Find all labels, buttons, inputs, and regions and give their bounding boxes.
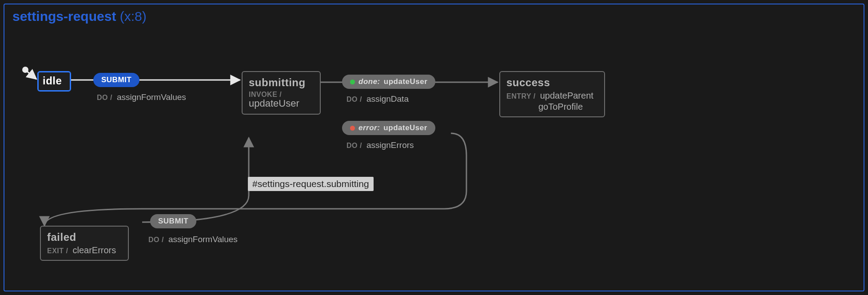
state-success-entry-val2: goToProfile <box>538 102 583 112</box>
event-done[interactable]: done: updateUser <box>342 75 435 89</box>
state-idle-label: idle <box>43 75 66 87</box>
action-error-key: DO / <box>346 142 362 150</box>
event-done-label: updateUser <box>384 77 428 86</box>
machine-title: settings-request (x:8) <box>12 9 147 24</box>
action-done: DO / assignData <box>346 94 409 104</box>
state-failed-label: failed <box>47 231 122 243</box>
initial-state-dot <box>22 67 28 73</box>
event-submit-idle[interactable]: SUBMIT <box>93 73 139 87</box>
state-submitting-invoke-val: updateUser <box>249 98 314 109</box>
machine-annotation: (x:8) <box>120 9 147 24</box>
state-failed[interactable]: failed EXIT / clearErrors <box>40 226 129 261</box>
event-error[interactable]: error: updateUser <box>342 121 435 135</box>
machine-name: settings-request <box>12 9 116 24</box>
action-idle-submit-key: DO / <box>97 94 112 102</box>
state-success-entry2: goToProfile <box>538 102 598 112</box>
state-submitting-label: submitting <box>249 76 314 89</box>
state-success[interactable]: success ENTRY / updateParent goToProfile <box>499 71 605 117</box>
event-error-kw: error: <box>358 124 380 132</box>
action-done-key: DO / <box>346 96 362 104</box>
action-idle-submit-val: assignFormValues <box>117 92 186 102</box>
action-failed-submit: DO / assignFormValues <box>148 235 238 244</box>
event-error-label: updateUser <box>383 124 427 132</box>
action-error-val: assignErrors <box>366 140 414 150</box>
machine-frame <box>4 4 864 291</box>
state-success-entry: ENTRY / updateParent <box>506 91 598 101</box>
action-failed-submit-key: DO / <box>148 236 164 244</box>
target-tooltip-text: #settings-request.submitting <box>252 179 369 189</box>
action-idle-submit: DO / assignFormValues <box>97 92 186 102</box>
state-submitting[interactable]: submitting INVOKE / updateUser <box>242 71 321 115</box>
error-status-dot-icon <box>350 126 355 131</box>
action-error: DO / assignErrors <box>346 140 414 150</box>
event-done-kw: done: <box>358 77 380 86</box>
state-idle[interactable]: idle <box>37 71 71 92</box>
action-done-val: assignData <box>366 94 409 104</box>
event-submit-failed[interactable]: SUBMIT <box>150 214 196 228</box>
target-tooltip: #settings-request.submitting <box>248 177 374 191</box>
action-failed-submit-val: assignFormValues <box>168 235 238 244</box>
done-status-dot-icon <box>350 80 355 84</box>
state-failed-exit-key: EXIT / <box>47 247 68 255</box>
event-submit-failed-label: SUBMIT <box>158 217 188 226</box>
event-submit-idle-label: SUBMIT <box>101 76 131 84</box>
state-success-label: success <box>506 76 598 89</box>
state-success-entry-key: ENTRY / <box>506 92 536 100</box>
state-failed-exit: EXIT / clearErrors <box>47 245 122 255</box>
state-failed-exit-val: clearErrors <box>72 245 116 255</box>
state-machine-canvas[interactable]: settings-request (x:8) idle SUBMIT <box>0 0 868 295</box>
state-success-entry-val1: updateParent <box>540 91 593 101</box>
